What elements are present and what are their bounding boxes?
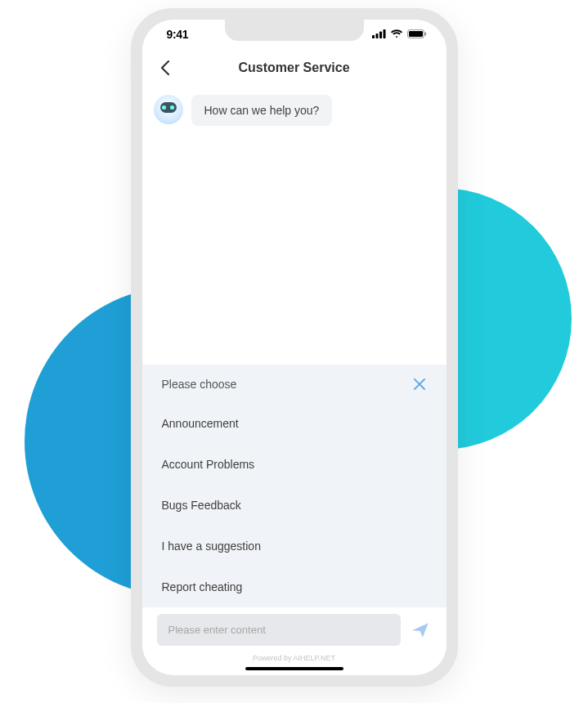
svg-rect-3 — [383, 29, 385, 38]
menu-item-suggestion[interactable]: I have a suggestion — [142, 526, 447, 566]
page-title: Customer Service — [238, 60, 349, 75]
message-input[interactable] — [157, 614, 401, 646]
send-button[interactable] — [409, 619, 432, 642]
phone-notch — [225, 20, 364, 41]
battery-icon — [407, 28, 427, 41]
signal-icon — [372, 28, 386, 41]
bot-avatar-icon — [154, 95, 183, 124]
menu-item-bugs-feedback[interactable]: Bugs Feedback — [142, 485, 447, 526]
svg-rect-0 — [372, 35, 375, 38]
menu-header-title: Please choose — [162, 378, 237, 391]
menu-panel: Please choose Announcement Account Probl… — [142, 365, 447, 607]
send-icon — [411, 621, 429, 639]
svg-rect-6 — [424, 33, 426, 36]
menu-item-announcement[interactable]: Announcement — [142, 403, 447, 444]
chat-area: How can we help you? — [142, 87, 447, 365]
home-indicator[interactable] — [245, 667, 343, 670]
phone-frame: 9:41 Customer Service Ho — [131, 8, 458, 687]
close-icon — [414, 378, 425, 390]
powered-by-label: Powered by AIHELP.NET — [142, 651, 447, 667]
svg-rect-5 — [409, 31, 423, 37]
svg-rect-2 — [379, 32, 382, 39]
bot-message-bubble: How can we help you? — [191, 95, 333, 126]
menu-item-report-cheating[interactable]: Report cheating — [142, 566, 447, 607]
nav-bar: Customer Service — [142, 49, 447, 87]
chat-message-row: How can we help you? — [154, 95, 435, 126]
status-time: 9:41 — [167, 28, 189, 41]
svg-rect-1 — [375, 34, 378, 38]
menu-item-account-problems[interactable]: Account Problems — [142, 444, 447, 485]
close-button[interactable] — [412, 377, 427, 392]
menu-header: Please choose — [142, 365, 447, 403]
input-bar — [142, 607, 447, 651]
bottom-section: Please choose Announcement Account Probl… — [142, 365, 447, 675]
status-icons — [372, 28, 427, 41]
phone-screen: 9:41 Customer Service Ho — [142, 20, 447, 675]
wifi-icon — [390, 28, 403, 41]
chevron-left-icon — [160, 60, 170, 75]
back-button[interactable] — [155, 58, 175, 78]
